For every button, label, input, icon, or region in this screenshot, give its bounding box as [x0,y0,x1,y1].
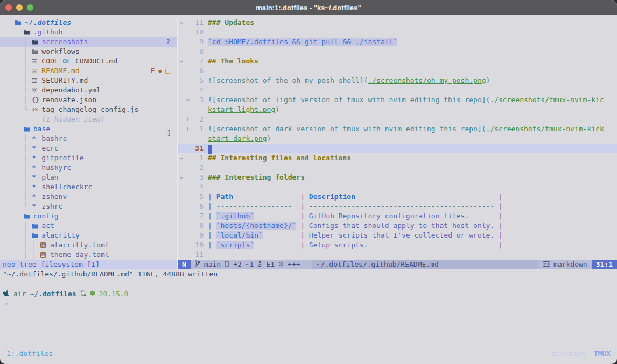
tree-item-label: theme-day.toml [50,250,109,260]
tree-guide [15,115,32,124]
line-number [191,105,204,115]
star-icon: * [32,182,40,192]
editor-line[interactable]: start-dark.png) [178,134,617,144]
tree-item-label: renovate.json [41,95,96,105]
statusline-filepath: ~/.dotfiles/.github/README.md [312,260,538,269]
file-icon [32,78,40,83]
gitsign-column [185,56,191,66]
editor-line[interactable]: 5| Path | Description | [178,192,617,202]
editor-line[interactable]: 9`cd $HOME/.dotfiles && git pull && ./in… [178,37,617,47]
tree-item[interactable]: │ *plan [0,173,177,182]
tree-item-label: shellcheckrc [41,182,92,192]
folder-icon [32,49,40,54]
fold-chevron-icon[interactable] [178,173,185,182]
flask-icon [257,260,262,269]
shell-pane[interactable]: air ~/.dotfiles 20.15.0 → [0,284,617,309]
fold-chevron-icon[interactable] [178,18,185,27]
gitsign-column [185,240,191,250]
line-text: ![screenshot of dark version of tmux wit… [204,124,604,134]
minimize-button[interactable] [16,4,23,11]
tmux-label: TMUX [594,349,611,359]
editor-line[interactable]: kstart-light.png) [178,105,617,115]
record-icon [278,260,284,269]
editor-line[interactable]: 8| `hosts/{hostname}/` | Configs that sh… [178,221,617,231]
fold-chevron-icon[interactable] [178,153,185,163]
tree-item[interactable]: │ *huskyrc [0,163,177,173]
editor-line[interactable]: 11### Updates [178,18,617,27]
tree-item[interactable]: │ README.mdE● [0,66,177,76]
tree-item[interactable]: ~/.dotfiles [0,18,177,27]
fold-column [178,66,185,76]
tree-item[interactable]: base [0,124,177,134]
tree-item-label: gitprofile [41,153,83,163]
editor-line[interactable]: 6| ------------------ | ----------------… [178,202,617,211]
fold-chevron-icon[interactable] [178,56,185,66]
tree-item[interactable]: │ *zshenv [0,192,177,202]
editor-line[interactable]: 9| `local/bin` | Helper scripts that I'v… [178,231,617,240]
tree-item[interactable]: (1 hidden item) [0,115,177,124]
fold-column [178,192,185,202]
tree-item[interactable]: │ │ Mtheme-day.toml [0,250,177,260]
editor-line[interactable]: 4 [178,182,617,192]
tree-item[interactable]: │ SECURITY.md [0,76,177,85]
tree-item[interactable]: │ *ecrc [0,144,177,153]
statusline-git-section: main +2 ~1 E1 +++ [191,260,312,269]
fold-column [178,134,185,144]
tree-item[interactable]: │ dependabot.yml [0,85,177,95]
tree-item[interactable]: └ JStag-changelog-config.js [0,105,177,115]
editor-line[interactable]: 1## Interesting files and locations [178,153,617,163]
line-text [204,47,208,56]
editor-line[interactable]: 11 [178,250,617,260]
tree-item[interactable]: config [0,211,177,221]
tree-guide: └ [15,202,32,211]
fold-column [178,27,185,37]
editor-line[interactable]: +1![screenshot of dark version of tmux w… [178,124,617,134]
tree-item[interactable]: .github [0,27,177,37]
gitsign-column [185,37,191,47]
editor-buffer[interactable]: 11### Updates109`cd $HOME/.dotfiles && g… [178,18,617,260]
editor-line[interactable]: 3### Interesting folders [178,173,617,182]
editor-line[interactable]: ~3![screenshot of light version of tmux … [178,95,617,105]
gitsign-column [185,211,191,221]
tmux-window-tab[interactable]: 1:.dotfiles [6,349,53,359]
editor-line[interactable]: 7## The looks [178,56,617,66]
tree-item[interactable]: │ {}renovate.json [0,95,177,105]
tree-guide [15,27,24,37]
tree-item[interactable]: │ *bashrc [0,134,177,144]
zoom-button[interactable] [27,4,33,11]
tree-item-label: ecrc [41,144,58,153]
editor-line[interactable]: 31 [178,144,617,153]
tree-item-label: (1 hidden item) [41,115,104,124]
tree-item[interactable]: │ │ Malacritty.toml [0,240,177,250]
editor-line[interactable]: 4 [178,85,617,95]
tree-item[interactable]: │ screenshots? [0,37,177,47]
line-number: 4 [191,182,204,192]
editor-line[interactable]: 10| `scripts` | Setup scripts. | [178,240,617,250]
star-icon: * [32,202,40,211]
tree-guide: │ [15,192,32,202]
tree-item[interactable]: │ alacritty [0,231,177,240]
line-number: 2 [191,163,204,173]
terminal-empty-area[interactable] [0,309,617,348]
editor-line[interactable]: 10 [178,27,617,37]
editor-line[interactable]: 8 [178,47,617,56]
editor-line[interactable]: 2 [178,163,617,173]
tree-item[interactable]: └ *zshrc [0,202,177,211]
folder-icon [32,233,40,238]
fold-column [178,37,185,47]
js-icon: JS [32,105,40,115]
editor-line[interactable]: 6 [178,66,617,76]
editor-line[interactable]: 5![screenshot of the oh-my-posh shell](.… [178,76,617,85]
line-number: 7 [191,211,204,221]
editor-line[interactable]: +2 [178,115,617,124]
tree-item[interactable]: │ *gitprofile [0,153,177,163]
close-button[interactable] [5,4,12,11]
folder-icon [24,213,32,219]
gitsign-column [185,76,191,85]
tree-item[interactable]: │ workflows [0,47,177,56]
tree-item[interactable]: │ CODE_OF_CONDUCT.md [0,56,177,66]
tree-item[interactable]: │ *shellcheckrc [0,182,177,192]
folder-icon [32,39,40,45]
editor-line[interactable]: 7| `.github` | GitHub Repository configu… [178,211,617,221]
tree-item[interactable]: │ act [0,221,177,231]
